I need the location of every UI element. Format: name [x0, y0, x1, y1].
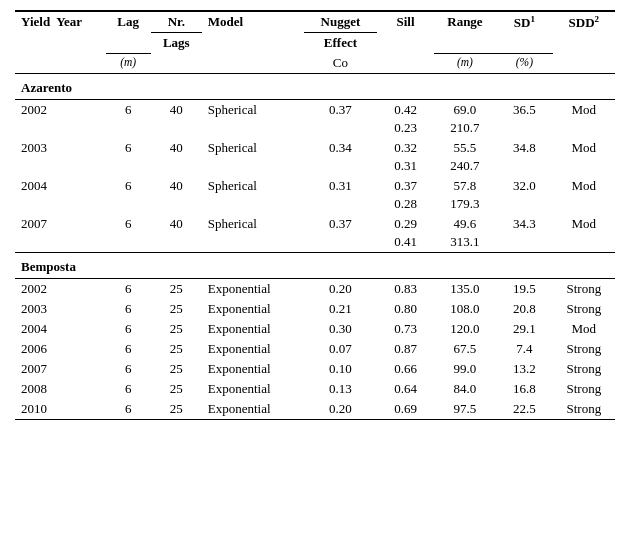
- cell: 40: [151, 100, 202, 121]
- cell-extra: [15, 234, 106, 253]
- cell: Mod: [553, 138, 615, 158]
- header-range: Range: [434, 11, 496, 53]
- cell: 6: [106, 176, 151, 196]
- cell: 6: [106, 279, 151, 300]
- header-sdd: SDD2: [553, 11, 615, 74]
- cell: 6: [106, 359, 151, 379]
- cell: 25: [151, 319, 202, 339]
- cell: 69.0: [434, 100, 496, 121]
- sdd-superscript: 2: [595, 14, 600, 24]
- cell: 97.5: [434, 399, 496, 420]
- column-headers: Yield Year Lag Nr. Model Nugget Sill Ran…: [15, 11, 615, 33]
- cell-extra: [202, 120, 304, 138]
- cell: 25: [151, 359, 202, 379]
- cell: 0.07: [304, 339, 378, 359]
- header-lag-unit: (m): [106, 53, 151, 74]
- cell: 6: [106, 319, 151, 339]
- cell: 120.0: [434, 319, 496, 339]
- cell-extra: [304, 158, 378, 176]
- cell: 0.64: [377, 379, 434, 399]
- cell: 0.34: [304, 138, 378, 158]
- cell-extra: [304, 120, 378, 138]
- cell: 40: [151, 176, 202, 196]
- cell: 0.21: [304, 299, 378, 319]
- cell-extra: 0.23: [377, 120, 434, 138]
- cell-extra: [106, 234, 151, 253]
- cell: 0.37: [304, 100, 378, 121]
- cell: 67.5: [434, 339, 496, 359]
- header-lags: Lags: [151, 33, 202, 54]
- cell: 19.5: [496, 279, 553, 300]
- cell: Spherical: [202, 138, 304, 158]
- cell-extra: [202, 158, 304, 176]
- table-row: 2008625Exponential0.130.6484.016.8Strong: [15, 379, 615, 399]
- table-row: 2004625Exponential0.300.73120.029.1Mod: [15, 319, 615, 339]
- cell-extra: 240.7: [434, 158, 496, 176]
- cell: 2004: [15, 319, 106, 339]
- cell: 25: [151, 379, 202, 399]
- header-model: Model: [202, 11, 304, 74]
- cell-extra: [496, 120, 553, 138]
- column-headers-row3: (m) Co (m) (%): [15, 53, 615, 74]
- cell: 29.1: [496, 319, 553, 339]
- cell: 2007: [15, 359, 106, 379]
- cell: 25: [151, 339, 202, 359]
- header-range-unit: (m): [434, 53, 496, 74]
- cell-extra: [151, 158, 202, 176]
- variogram-table: Yield Year Lag Nr. Model Nugget Sill Ran…: [15, 10, 615, 420]
- cell: 25: [151, 399, 202, 420]
- cell-extra: 0.41: [377, 234, 434, 253]
- table-row-extra: 0.23210.7: [15, 120, 615, 138]
- cell: 7.4: [496, 339, 553, 359]
- header-sd: SD1: [496, 11, 553, 53]
- cell: 99.0: [434, 359, 496, 379]
- cell: 0.69: [377, 399, 434, 420]
- cell: 135.0: [434, 279, 496, 300]
- cell: 0.20: [304, 279, 378, 300]
- cell: 40: [151, 214, 202, 234]
- sd-superscript: 1: [530, 14, 535, 24]
- cell-extra: [151, 234, 202, 253]
- group-name-azarento: Azarento: [15, 74, 615, 100]
- group-header-bemposta: Bemposta: [15, 253, 615, 279]
- cell: 2010: [15, 399, 106, 420]
- cell: 6: [106, 138, 151, 158]
- cell: 2003: [15, 138, 106, 158]
- cell-extra: [106, 120, 151, 138]
- cell: 2008: [15, 379, 106, 399]
- cell: Exponential: [202, 399, 304, 420]
- cell: 6: [106, 339, 151, 359]
- table-row: 2003625Exponential0.210.80108.020.8Stron…: [15, 299, 615, 319]
- cell: 6: [106, 399, 151, 420]
- cell: 32.0: [496, 176, 553, 196]
- cell: 13.2: [496, 359, 553, 379]
- table-row: 2003640Spherical0.340.3255.534.8Mod: [15, 138, 615, 158]
- group-header-azarento: Azarento: [15, 74, 615, 100]
- cell: 34.8: [496, 138, 553, 158]
- cell-extra: [151, 120, 202, 138]
- header-sd-unit: (%): [496, 53, 553, 74]
- cell: Strong: [553, 399, 615, 420]
- header-co: Co: [304, 53, 378, 74]
- header-effect: Effect: [304, 33, 378, 54]
- cell: 2002: [15, 279, 106, 300]
- cell: 2006: [15, 339, 106, 359]
- cell: Spherical: [202, 176, 304, 196]
- header-nr-lags: Nr.: [151, 11, 202, 33]
- header-nrlags-empty: [151, 53, 202, 74]
- cell-extra: [553, 158, 615, 176]
- cell: 16.8: [496, 379, 553, 399]
- cell: 2004: [15, 176, 106, 196]
- cell: Exponential: [202, 299, 304, 319]
- header-lag: Lag: [106, 11, 151, 53]
- cell: 34.3: [496, 214, 553, 234]
- table-row-extra: 0.31240.7: [15, 158, 615, 176]
- cell: 108.0: [434, 299, 496, 319]
- cell-extra: [202, 234, 304, 253]
- cell: 22.5: [496, 399, 553, 420]
- cell: Strong: [553, 339, 615, 359]
- group-name-bemposta: Bemposta: [15, 253, 615, 279]
- cell: Strong: [553, 299, 615, 319]
- cell-extra: [202, 196, 304, 214]
- cell: Exponential: [202, 319, 304, 339]
